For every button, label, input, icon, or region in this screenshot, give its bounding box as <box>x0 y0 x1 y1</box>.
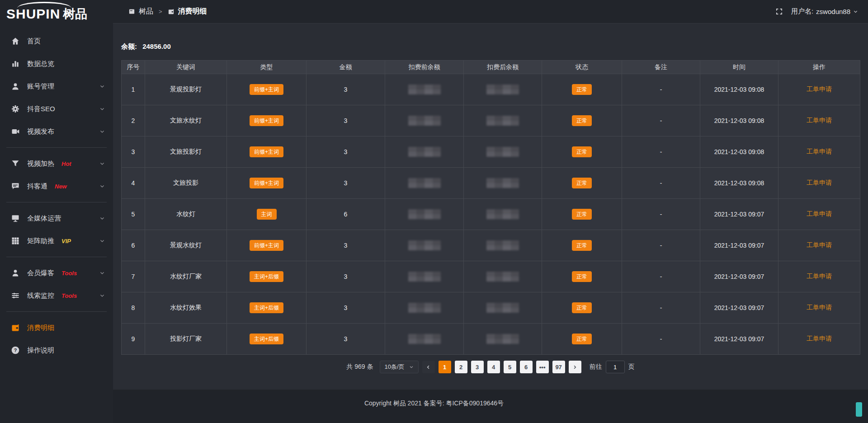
breadcrumb-item-home[interactable]: 树品 <box>139 7 153 16</box>
masked-value <box>408 147 441 157</box>
goto-page-input[interactable] <box>606 361 625 373</box>
sidebar-item-user-icon[interactable]: 账号管理 <box>0 75 113 98</box>
chevron-down-icon <box>99 238 105 244</box>
work-order-link[interactable]: 工单申请 <box>807 335 832 342</box>
type-badge: 主词+后缀 <box>250 334 283 344</box>
cell-index: 1 <box>122 74 145 105</box>
work-order-link[interactable]: 工单申请 <box>807 179 832 186</box>
sidebar-nav: 首页数据总览账号管理抖音SEO视频发布视频加热Hot抖客通New全媒体运营矩阵助… <box>0 28 113 362</box>
chat-icon <box>11 182 20 191</box>
cell-action: 工单申请 <box>778 74 860 105</box>
sidebar-item-wallet-icon[interactable]: 消费明细 <box>0 316 113 339</box>
cell-keyword: 文旅水纹灯 <box>145 105 227 136</box>
user-icon <box>11 82 20 91</box>
sidebar-item-home-icon[interactable]: 首页 <box>0 30 113 52</box>
work-order-link[interactable]: 工单申请 <box>807 210 832 217</box>
sidebar-item-badge: Hot <box>61 160 71 167</box>
cell-status: 正常 <box>542 74 622 105</box>
chevron-down-icon <box>99 216 105 221</box>
next-page-button[interactable] <box>569 361 581 373</box>
page-ellipsis-button[interactable]: ••• <box>536 361 549 373</box>
type-badge: 主词+后缀 <box>250 302 283 313</box>
work-order-link[interactable]: 工单申请 <box>807 117 832 124</box>
cell-balance-after <box>464 105 542 136</box>
cell-keyword: 文旅投影灯 <box>145 136 227 168</box>
masked-value <box>486 303 519 313</box>
table-row: 8水纹灯效果主词+后缀3正常-2021-12-03 09:07工单申请 <box>122 292 860 324</box>
fullscreen-icon[interactable] <box>775 8 783 15</box>
sidebar-item-label: 矩阵助推 <box>27 237 54 245</box>
corner-widget[interactable] <box>856 402 862 417</box>
cell-action: 工单申请 <box>778 261 860 292</box>
sidebar-item-member-icon[interactable]: 会员爆客Tools <box>0 262 113 284</box>
sidebar-item-gear-icon[interactable]: 抖音SEO <box>0 98 113 120</box>
cell-amount: 3 <box>307 168 385 199</box>
logo-arc <box>17 2 71 8</box>
goto-suffix: 页 <box>628 363 635 371</box>
chevron-down-icon <box>99 293 105 298</box>
main-content: 余额: 24856.00 序号关键词类型金额扣费前余额扣费后余额状态备注时间操作… <box>113 24 868 373</box>
cell-amount: 3 <box>307 230 385 261</box>
work-order-link[interactable]: 工单申请 <box>807 148 832 155</box>
breadcrumb-app-icon <box>128 8 135 15</box>
cell-remark: - <box>622 105 700 136</box>
cell-balance-before <box>385 74 464 105</box>
sidebar-item-label: 抖客通 <box>27 182 47 191</box>
sidebar-item-monitor-icon[interactable]: 全媒体运营 <box>0 207 113 230</box>
user-menu[interactable]: 用户名: zswodun88 <box>791 7 858 16</box>
table-row: 5水纹灯主词6正常-2021-12-03 09:07工单申请 <box>122 199 860 230</box>
cell-amount: 3 <box>307 324 385 355</box>
sidebar-item-grid-icon[interactable]: 矩阵助推VIP <box>0 230 113 252</box>
chevron-down-icon <box>99 106 105 112</box>
page-button-3[interactable]: 3 <box>471 361 484 373</box>
page-button-1[interactable]: 1 <box>439 361 451 373</box>
cell-time: 2021-12-03 09:08 <box>700 136 778 168</box>
sidebar-item-heat-icon[interactable]: 视频加热Hot <box>0 152 113 175</box>
chart-icon <box>11 59 20 68</box>
cell-balance-after <box>464 74 542 105</box>
page-size-select[interactable]: 10条/页 <box>380 361 419 373</box>
sliders-icon <box>11 291 20 300</box>
page-button-97[interactable]: 97 <box>552 361 565 373</box>
sidebar-item-chat-icon[interactable]: 抖客通New <box>0 175 113 197</box>
masked-value <box>486 116 519 126</box>
column-header: 类型 <box>227 61 307 74</box>
sidebar-item-video-icon[interactable]: 视频发布 <box>0 120 113 143</box>
cell-status: 正常 <box>542 324 622 355</box>
cell-type: 主词+后缀 <box>227 261 307 292</box>
table-row: 1景观投影灯前缀+主词3正常-2021-12-03 09:08工单申请 <box>122 74 860 105</box>
work-order-link[interactable]: 工单申请 <box>807 241 832 249</box>
sidebar-item-question-icon[interactable]: ?操作说明 <box>0 339 113 362</box>
sidebar-item-sliders-icon[interactable]: 线索监控Tools <box>0 284 113 307</box>
work-order-link[interactable]: 工单申请 <box>807 85 832 93</box>
prev-page-button[interactable] <box>422 361 435 373</box>
cell-action: 工单申请 <box>778 199 860 230</box>
cell-status: 正常 <box>542 136 622 168</box>
sidebar-item-chart-icon[interactable]: 数据总览 <box>0 52 113 75</box>
column-header: 扣费后余额 <box>464 61 542 74</box>
cell-index: 4 <box>122 168 145 199</box>
page-button-6[interactable]: 6 <box>520 361 533 373</box>
page-button-2[interactable]: 2 <box>455 361 467 373</box>
work-order-link[interactable]: 工单申请 <box>807 304 832 311</box>
cell-index: 6 <box>122 230 145 261</box>
masked-value <box>408 334 441 344</box>
cell-keyword: 水纹灯效果 <box>145 292 227 324</box>
page-button-4[interactable]: 4 <box>487 361 500 373</box>
status-badge: 正常 <box>572 146 592 157</box>
table-row: 2文旅水纹灯前缀+主词3正常-2021-12-03 09:08工单申请 <box>122 105 860 136</box>
member-icon <box>11 268 20 277</box>
work-order-link[interactable]: 工单申请 <box>807 273 832 280</box>
sidebar-item-badge: VIP <box>61 238 71 244</box>
cell-index: 3 <box>122 136 145 168</box>
type-badge: 主词+后缀 <box>250 271 283 282</box>
question-icon: ? <box>11 346 20 355</box>
cell-type: 前缀+主词 <box>227 230 307 261</box>
masked-value <box>486 209 519 219</box>
table-header-row: 序号关键词类型金额扣费前余额扣费后余额状态备注时间操作 <box>122 61 860 74</box>
cell-type: 前缀+主词 <box>227 74 307 105</box>
chevron-down-icon <box>99 161 105 166</box>
cell-type: 前缀+主词 <box>227 105 307 136</box>
page-button-5[interactable]: 5 <box>504 361 516 373</box>
topbar-right: 用户名: zswodun88 <box>775 7 858 16</box>
